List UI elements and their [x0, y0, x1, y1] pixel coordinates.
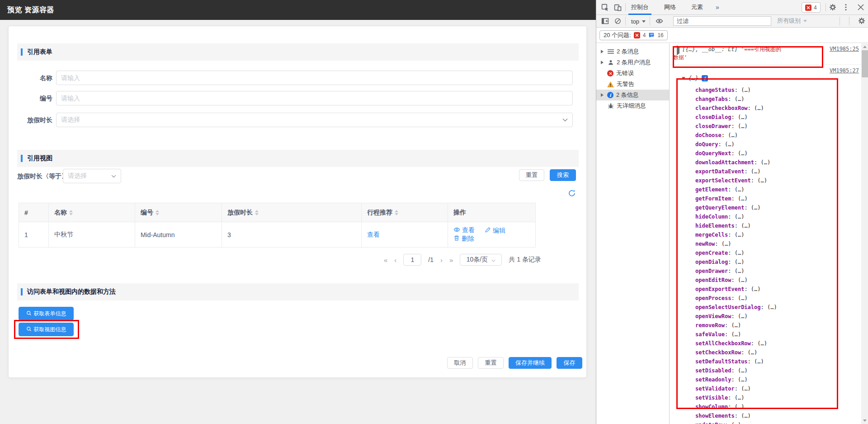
scroll-down-arrow[interactable] [861, 417, 868, 424]
console-property[interactable]: getQueryElement: (…) [695, 203, 849, 212]
console-property[interactable]: doQueryNext: (…) [695, 149, 849, 158]
console-sidebar-toggle-icon[interactable] [601, 17, 609, 25]
pagination-next-button[interactable]: › [440, 256, 443, 264]
console-property[interactable]: hideElements: (…) [695, 221, 849, 230]
clear-console-icon[interactable] [613, 17, 622, 25]
console-property[interactable]: clearCheckboxRow: (…) [695, 104, 849, 113]
console-property[interactable]: closeDrawer: (…) [695, 122, 849, 131]
row-edit-action[interactable]: 编辑 [485, 227, 505, 235]
console-property[interactable]: exportDataEvent: (…) [695, 167, 849, 176]
refresh-icon[interactable] [568, 189, 576, 197]
console-property[interactable]: openExportEvent: (…) [695, 285, 849, 294]
console-property[interactable]: openProcess: (…) [695, 294, 849, 303]
console-property[interactable]: setCheckboxRow: (…) [695, 348, 849, 357]
more-tabs-icon[interactable]: » [713, 0, 722, 15]
console-property[interactable]: getFormItem: (…) [695, 194, 849, 203]
console-property[interactable]: openCreate: (…) [695, 248, 849, 257]
console-property[interactable]: removeRow: (…) [695, 321, 849, 330]
device-toolbar-icon[interactable] [613, 3, 622, 11]
more-options-icon[interactable] [842, 3, 850, 11]
sidebar-item-errors[interactable]: 无错误 [596, 68, 669, 79]
context-selector[interactable]: top [631, 17, 646, 26]
console-property[interactable]: changeTabs: (…) [695, 95, 849, 104]
console-property[interactable]: getElement: (…) [695, 185, 849, 194]
console-property[interactable]: downloadAttachment: (…) [695, 158, 849, 167]
row-delete-action[interactable]: 删除 [453, 235, 474, 243]
console-property[interactable]: setValidator: (…) [695, 384, 849, 393]
console-property[interactable]: openDialog: (…) [695, 257, 849, 267]
expand-icon[interactable] [601, 61, 604, 64]
console-property[interactable]: setDefaultStatus: (…) [695, 357, 849, 366]
issues-bar[interactable]: 20 个问题: 4 16 [599, 30, 668, 40]
collapse-icon[interactable] [682, 77, 685, 80]
error-count-badge[interactable]: 4 [802, 2, 821, 13]
pagination-first-button[interactable]: « [384, 256, 387, 264]
cancel-button[interactable]: 取消 [447, 357, 473, 369]
query-reset-button[interactable]: 重置 [519, 169, 544, 181]
console-property[interactable]: showElements: (…) [695, 411, 849, 420]
console-property[interactable]: changeStatus: (…) [695, 86, 849, 95]
console-settings-gear-icon[interactable] [858, 17, 866, 25]
console-property[interactable]: showColumn: (…) [695, 402, 849, 411]
save-button[interactable]: 保存 [557, 357, 582, 369]
sidebar-item-verbose[interactable]: 无详细消息 [596, 100, 669, 111]
expand-icon[interactable] [677, 47, 679, 53]
console-property[interactable]: doChoose: (…) [695, 131, 849, 140]
duration-select[interactable]: 请选择 [56, 113, 573, 127]
sidebar-item-user-messages[interactable]: 2 条用户消息 [596, 57, 669, 68]
source-link[interactable]: VM1985:25 [830, 46, 859, 52]
trip-view-link[interactable]: 查看 [367, 231, 380, 238]
sidebar-item-all-messages[interactable]: 2 条消息 [596, 46, 669, 57]
reset-button[interactable]: 重置 [478, 357, 504, 369]
scrollbar-thumb[interactable] [862, 50, 868, 77]
console-property[interactable]: mergeCells: (…) [695, 230, 849, 239]
source-link[interactable]: VM1985:27 [830, 67, 859, 74]
object-expander-row[interactable]: {…} i [682, 75, 708, 81]
col-trip[interactable]: 行程推荐 [362, 203, 448, 222]
sort-icon[interactable] [255, 210, 259, 215]
console-property[interactable]: exportSelectEvent: (…) [695, 176, 849, 185]
page-size-select[interactable]: 10条/页 [460, 254, 502, 266]
query-search-button[interactable]: 搜索 [550, 169, 576, 181]
console-property[interactable]: setReadonly: (…) [695, 375, 849, 384]
console-property[interactable]: openSelectUserDialog: (…) [695, 303, 849, 312]
tab-console[interactable]: 控制台 [628, 0, 651, 15]
close-icon[interactable] [857, 3, 865, 11]
query-select[interactable]: 请选择 [63, 169, 121, 183]
console-property[interactable]: openEditRow: (…) [695, 276, 849, 285]
row-view-action[interactable]: 查看 [453, 226, 475, 234]
pagination-current-page[interactable]: 1 [403, 254, 421, 266]
console-property[interactable]: openDrawer: (…) [695, 267, 849, 276]
expand-icon[interactable] [601, 93, 604, 97]
sidebar-item-info[interactable]: i 2 条信息 [596, 90, 669, 100]
tab-network[interactable]: 网络 [661, 0, 679, 15]
save-continue-button[interactable]: 保存并继续 [509, 357, 552, 369]
expand-icon[interactable] [601, 50, 604, 53]
settings-gear-icon[interactable] [829, 3, 837, 11]
get-form-info-button[interactable]: 获取表单信息 [19, 307, 74, 320]
name-input[interactable] [56, 71, 573, 85]
console-scrollbar[interactable] [861, 43, 868, 424]
console-property[interactable]: newRow: (…) [695, 239, 849, 248]
console-property[interactable]: setAllCheckboxRow: (…) [695, 339, 849, 348]
console-property[interactable]: openViewRow: (…) [695, 312, 849, 321]
pagination-prev-button[interactable]: ‹ [394, 256, 396, 264]
code-input[interactable] [56, 91, 573, 105]
console-property[interactable]: setDisabled: (…) [695, 366, 849, 375]
pagination-last-button[interactable]: » [449, 256, 453, 264]
console-property[interactable]: safeValue: (…) [695, 330, 849, 339]
live-expression-eye-icon[interactable] [655, 17, 663, 25]
console-filter-input[interactable] [673, 16, 771, 26]
col-code[interactable]: 编号 [135, 203, 222, 222]
console-property[interactable]: doQuery: (…) [695, 140, 849, 149]
scroll-up-arrow[interactable] [861, 43, 868, 50]
console-message-array-log[interactable]: [{…}, __ob__: Lt] '===引用视图的 数据' VM1985:2… [670, 43, 861, 65]
log-levels-select[interactable]: 所有级别 [777, 17, 807, 25]
sort-icon[interactable] [69, 210, 73, 215]
tab-elements[interactable]: 元素 [689, 0, 706, 15]
console-property[interactable]: setVisible: (…) [695, 393, 849, 402]
get-view-info-button[interactable]: 获取视图信息 [19, 323, 74, 336]
col-name[interactable]: 名称 [49, 203, 135, 222]
console-property[interactable]: hideColumn: (…) [695, 212, 849, 221]
sort-icon[interactable] [395, 210, 398, 215]
